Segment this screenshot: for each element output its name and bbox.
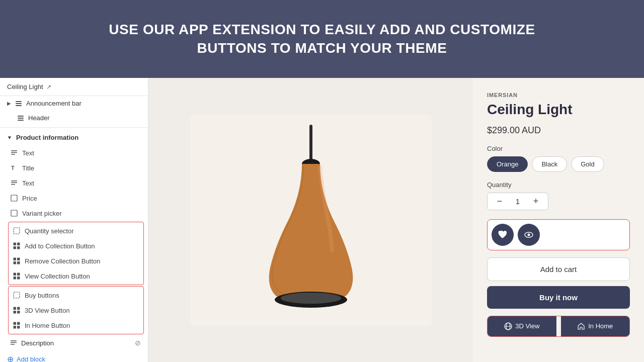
svg-rect-19 — [17, 246, 20, 249]
svg-rect-14 — [11, 210, 17, 216]
sidebar-item-title[interactable]: T Title — [0, 160, 148, 175]
svg-rect-23 — [17, 261, 20, 264]
add-to-wishlist-button[interactable] — [492, 224, 514, 246]
buy-buttons-icon — [13, 291, 21, 299]
chevron-right-icon: ▶ — [7, 101, 11, 106]
description-label: Description — [21, 339, 54, 347]
svg-rect-27 — [17, 277, 20, 280]
sidebar-item-in-home[interactable]: In Home Button — [9, 318, 143, 333]
svg-rect-24 — [14, 273, 17, 276]
color-option-gold[interactable]: Gold — [571, 156, 604, 172]
sidebar-product-info-header[interactable]: ▼ Product information — [0, 130, 148, 145]
divider-1 — [0, 127, 148, 128]
text-lines-icon-2 — [10, 179, 18, 187]
sidebar-view-collection-label: View Collection Button — [25, 273, 90, 280]
sidebar-3d-view-label: 3D View Button — [25, 307, 69, 314]
svg-rect-39 — [11, 344, 15, 345]
svg-point-47 — [281, 293, 341, 304]
svg-rect-6 — [11, 150, 17, 151]
sidebar-item-variant-picker[interactable]: Variant picker — [0, 206, 148, 221]
view-collection-icon — [13, 272, 21, 280]
svg-rect-13 — [11, 195, 17, 201]
svg-rect-0 — [16, 101, 22, 102]
svg-rect-17 — [17, 243, 20, 246]
svg-point-49 — [528, 233, 530, 236]
svg-rect-35 — [14, 326, 17, 329]
sidebar-item-text-2[interactable]: Text — [0, 175, 148, 191]
svg-rect-20 — [14, 258, 17, 261]
collection-action-buttons — [487, 219, 630, 250]
announcement-bar-label: Announcement bar — [26, 100, 82, 107]
sidebar-price-label: Price — [22, 195, 37, 202]
svg-rect-37 — [11, 340, 17, 341]
variant-picker-icon — [10, 209, 18, 217]
quantity-increase-button[interactable]: + — [531, 196, 541, 207]
eye-icon — [524, 230, 534, 240]
svg-rect-18 — [14, 246, 17, 249]
banner-line2: BUTTONS TO MATCH YOUR THEME — [109, 39, 535, 57]
color-option-black[interactable]: Black — [532, 156, 567, 172]
svg-rect-4 — [18, 118, 24, 119]
brand-name: IMERSIAN — [487, 92, 630, 98]
svg-rect-21 — [17, 258, 20, 261]
view-buttons-row: 3D View In Home — [487, 316, 630, 337]
quantity-value: 1 — [513, 197, 523, 206]
red-group-buy: Buy buttons 3D View Button In Home Butto… — [8, 286, 144, 334]
sidebar-in-home-label: In Home Button — [25, 322, 70, 329]
sidebar-page-title-row[interactable]: Ceiling Light ↗ — [0, 78, 148, 96]
3d-view-icon — [13, 306, 21, 314]
svg-rect-1 — [16, 103, 22, 104]
sidebar-item-quantity-selector[interactable]: Quantity selector — [9, 223, 143, 238]
red-group-collection: Quantity selector Add to Collection Butt… — [8, 222, 144, 285]
add-block-label: Add block — [17, 355, 45, 362]
sidebar-item-description[interactable]: Description ⊘ — [0, 335, 148, 350]
sidebar-item-header[interactable]: Header — [0, 111, 148, 125]
add-to-cart-button[interactable]: Add to cart — [487, 257, 630, 281]
description-icon — [10, 339, 17, 346]
svg-rect-38 — [11, 342, 17, 343]
heart-icon — [498, 230, 508, 240]
page-title-label: Ceiling Light — [7, 83, 43, 90]
buy-now-button[interactable]: Buy it now — [487, 286, 630, 309]
header-icon — [17, 115, 24, 122]
sidebar-item-add-collection[interactable]: Add to Collection Button — [9, 238, 143, 253]
sidebar-item-remove-collection[interactable]: Remove Collection Button — [9, 253, 143, 268]
product-image-box — [190, 115, 432, 326]
quantity-selector-icon — [13, 227, 21, 235]
header-label: Header — [28, 114, 50, 122]
title-icon: T — [10, 164, 18, 172]
sidebar-text-2-label: Text — [22, 179, 34, 187]
add-block-button[interactable]: ⊕ Add block — [0, 350, 148, 362]
sidebar-item-3d-view[interactable]: 3D View Button — [9, 303, 143, 318]
product-details: IMERSIAN Ceiling Light $299.00 AUD Color… — [473, 78, 644, 362]
announcement-bar-icon — [15, 100, 22, 107]
svg-rect-8 — [11, 154, 15, 155]
main-area: Ceiling Light ↗ ▶ Announcement bar Heade… — [0, 78, 644, 362]
chevron-down-icon: ▼ — [7, 135, 12, 140]
in-home-button[interactable]: In Home — [561, 316, 630, 336]
banner: USE OUR APP EXTENSION TO EASILY ADD AND … — [0, 0, 644, 78]
sidebar-quantity-selector-label: Quantity selector — [25, 227, 74, 235]
svg-rect-10 — [11, 180, 17, 182]
sidebar-item-price[interactable]: Price — [0, 191, 148, 206]
product-title: Ceiling Light — [487, 101, 630, 118]
color-option-orange[interactable]: Orange — [487, 156, 528, 172]
sidebar: Ceiling Light ↗ ▶ Announcement bar Heade… — [0, 78, 148, 362]
svg-rect-28 — [14, 292, 20, 298]
hide-icon[interactable]: ⊘ — [135, 339, 141, 347]
external-link-icon: ↗ — [46, 83, 51, 90]
3d-view-button[interactable]: 3D View — [488, 316, 557, 336]
product-price: $299.00 AUD — [487, 125, 630, 136]
sidebar-item-announcement-bar[interactable]: ▶ Announcement bar — [0, 96, 148, 111]
sidebar-item-buy-buttons[interactable]: Buy buttons — [9, 288, 143, 303]
svg-rect-5 — [18, 120, 24, 121]
sidebar-item-view-collection[interactable]: View Collection Button — [9, 268, 143, 284]
product-image — [246, 125, 376, 316]
color-label: Color — [487, 145, 630, 152]
svg-rect-34 — [17, 322, 20, 325]
sidebar-item-text-1[interactable]: Text — [0, 145, 148, 160]
view-collection-button[interactable] — [518, 224, 540, 246]
quantity-decrease-button[interactable]: − — [495, 196, 505, 207]
text-lines-icon — [10, 149, 18, 157]
svg-rect-12 — [11, 184, 15, 185]
